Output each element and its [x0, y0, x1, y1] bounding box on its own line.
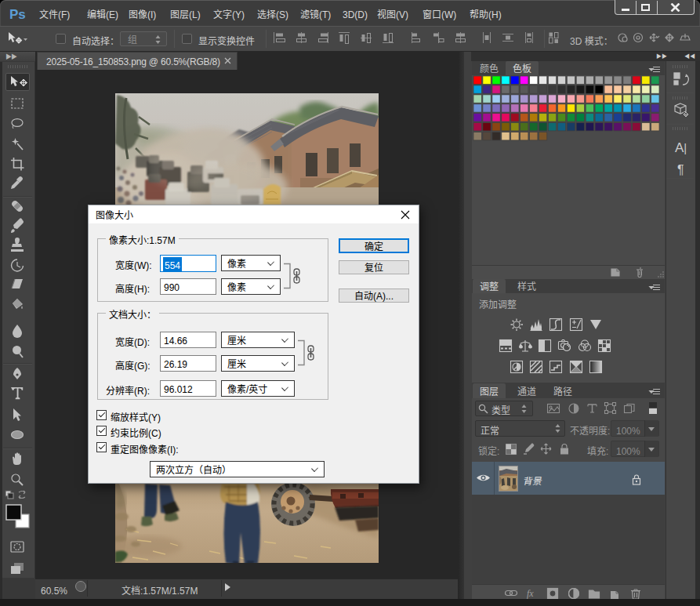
svg-text:fx: fx — [527, 588, 534, 599]
